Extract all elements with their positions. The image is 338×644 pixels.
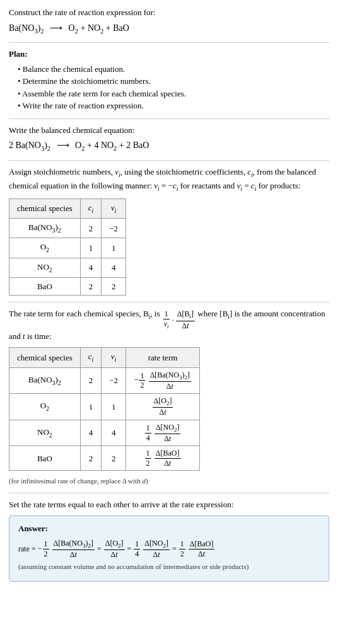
rate-col-vi: νi [102,348,126,367]
rate-eq1: = [97,543,102,555]
divider-1 [9,42,329,43]
answer-box: Answer: rate = − 1 2 Δ[Ba(NO3)2] Δt = Δ[… [9,515,329,582]
rate-term3: 1 4 Δ[NO2] Δt [133,539,170,560]
plan-step-4: Write the rate of reaction expression. [15,100,329,112]
stoich-col-vi: νi [102,199,126,219]
rate-vi-ba: −2 [102,367,126,394]
stoich-section: Assign stoichiometric numbers, νi, using… [9,166,329,296]
plan-step-3: Assemble the rate term for each chemical… [15,88,329,100]
infinitesimal-note: (for infinitesimal rate of change, repla… [9,476,329,486]
stoich-vi-ba: −2 [102,219,126,238]
rate-term-ba: − 1 2 Δ[Ba(NO3)2] Δt [126,367,200,394]
rate-term-bao: 1 2 Δ[BaO] Δt [126,446,200,471]
stoich-row-bao: BaO 2 2 [9,277,126,296]
plan-label: Plan: [9,48,329,60]
stoich-intro: Assign stoichiometric numbers, νi, using… [9,166,329,193]
stoich-ci-no2: 4 [80,258,102,277]
rate-term-no2: 1 4 Δ[NO2] Δt [126,420,200,446]
stoich-vi-no2: 4 [102,258,126,277]
stoich-ci-ba: 2 [80,219,102,238]
rate-species-no2: NO2 [9,420,81,446]
plan-step-1: Balance the chemical equation. [15,63,329,76]
rate-col-term: rate term [126,348,200,367]
stoich-table: chemical species ci νi Ba(NO3)2 2 −2 O2 … [9,198,126,296]
rate-expression-section: Set the rate terms equal to each other t… [9,498,329,582]
rate-table: chemical species ci νi rate term Ba(NO3)… [9,347,200,471]
rate-ci-o2: 1 [80,394,102,420]
balanced-label: Write the balanced chemical equation: [9,124,329,137]
assumption-note: (assuming constant volume and no accumul… [18,561,320,572]
rate-species-o2: O2 [9,394,81,420]
stoich-species-ba: Ba(NO3)2 [9,219,81,238]
stoich-row-o2: O2 1 1 [9,238,126,258]
title-section: Construct the rate of reaction expressio… [9,6,329,36]
stoich-vi-bao: 2 [102,277,126,296]
rate-row-no2: NO2 4 4 1 4 Δ[NO2] Δt [9,420,200,446]
original-reaction: Ba(NO3)2 ⟶ O2 + NO2 + BaO [9,21,329,37]
stoich-ci-bao: 2 [80,277,102,296]
balanced-equation-section: Write the balanced chemical equation: 2 … [9,124,329,154]
rate-vi-no2: 4 [102,420,126,446]
rate-row-ba: Ba(NO3)2 2 −2 − 1 2 Δ[Ba(NO3)2] Δt [9,367,200,394]
stoich-col-species: chemical species [9,199,81,219]
rate-col-species: chemical species [9,348,81,367]
balanced-reaction: 2 Ba(NO3)2 ⟶ O2 + 4 NO2 + 2 BaO [9,139,329,154]
rate-species-bao: BaO [9,446,81,471]
rate-term2: Δ[O2] Δt [103,539,125,560]
plan-step-2: Determine the stoichiometric numbers. [15,75,329,88]
rate-ci-no2: 4 [80,420,102,446]
stoich-col-ci: ci [80,199,102,219]
rate-formula-frac: 1 νi [163,309,170,330]
stoich-row-no2: NO2 4 4 [9,258,126,277]
divider-3 [9,160,329,161]
rate-term-section: The rate term for each chemical species,… [9,308,329,486]
rate-term4: 1 2 Δ[BaO] Δt [178,539,216,558]
construct-title: Construct the rate of reaction expressio… [9,6,329,19]
set-equal-text: Set the rate terms equal to each other t… [9,498,329,511]
rate-term1: − 1 2 Δ[Ba(NO3)2] Δt [38,539,95,560]
rate-species-ba: Ba(NO3)2 [9,367,81,394]
rate-vi-bao: 2 [102,446,126,471]
stoich-vi-o2: 1 [102,238,126,258]
rate-row-bao: BaO 2 2 1 2 Δ[BaO] Δt [9,446,200,471]
rate-term-o2: Δ[O2] Δt [126,394,200,420]
rate-eq2: = [127,543,132,555]
stoich-species-bao: BaO [9,277,81,296]
stoich-row-ba: Ba(NO3)2 2 −2 [9,219,126,238]
rate-ci-ba: 2 [80,367,102,394]
rate-eq3: = [172,543,177,555]
rate-ci-bao: 2 [80,446,102,471]
rate-row-o2: O2 1 1 Δ[O2] Δt [9,394,200,420]
stoich-ci-o2: 1 [80,238,102,258]
plan-list: Balance the chemical equation. Determine… [15,63,329,112]
rate-word: rate = [18,543,36,555]
plan-section: Plan: Balance the chemical equation. Det… [9,48,329,112]
rate-delta-frac: Δ[Bi] Δt [176,309,195,330]
divider-4 [9,302,329,302]
rate-term-intro: The rate term for each chemical species,… [9,308,329,342]
rate-expression: rate = − 1 2 Δ[Ba(NO3)2] Δt = Δ[O2] Δt = [18,539,320,560]
divider-5 [9,493,329,493]
rate-col-ci: ci [80,348,102,367]
answer-label: Answer: [18,522,320,535]
stoich-species-o2: O2 [9,238,81,258]
stoich-species-no2: NO2 [9,258,81,277]
divider-2 [9,118,329,119]
rate-vi-o2: 1 [102,394,126,420]
